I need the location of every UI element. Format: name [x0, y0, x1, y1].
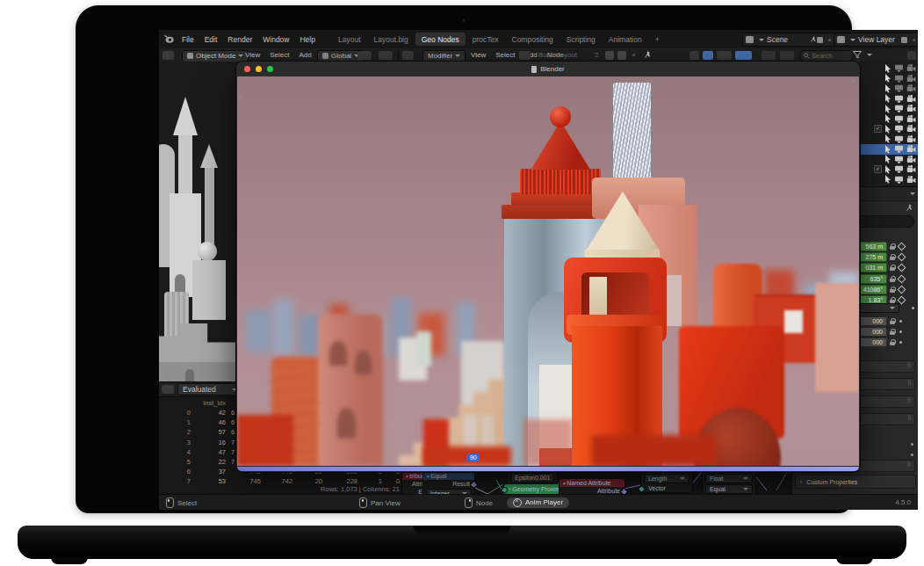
- keyframe-diamond-icon[interactable]: [898, 264, 906, 272]
- disable-render-camera-icon[interactable]: [906, 115, 916, 123]
- disable-render-camera-icon[interactable]: [906, 105, 916, 112]
- checkbox[interactable]: ✓: [874, 125, 882, 133]
- keyframe-diamond-icon[interactable]: [898, 253, 906, 262]
- lock-icon[interactable]: [890, 265, 896, 272]
- node-tree-name[interactable]: Build Layout: [538, 51, 577, 59]
- current-frame-badge[interactable]: 90: [467, 454, 480, 461]
- workspace-tab[interactable]: Layout: [332, 33, 367, 46]
- disable-render-camera-icon[interactable]: [906, 156, 916, 163]
- menu-item[interactable]: Edit: [199, 33, 223, 46]
- close-window-button[interactable]: [244, 66, 250, 72]
- selectable-cursor-icon[interactable]: [884, 114, 892, 123]
- copy-icon[interactable]: [901, 37, 907, 43]
- workspace-tab[interactable]: Animation: [603, 33, 648, 46]
- menu-item[interactable]: File: [177, 33, 199, 46]
- chevron-down-icon[interactable]: [867, 54, 872, 56]
- keyframe-diamond-icon[interactable]: [898, 243, 906, 251]
- mode-dropdown[interactable]: Object Mode: [182, 50, 249, 62]
- overlays-dropdown-icon[interactable]: [735, 51, 752, 60]
- animate-dot-icon[interactable]: [911, 443, 913, 446]
- lock-icon[interactable]: [890, 339, 896, 346]
- copy-icon[interactable]: [817, 37, 823, 43]
- selectable-cursor-icon[interactable]: [884, 155, 892, 163]
- scene-selector[interactable]: Scene ×: [742, 33, 837, 47]
- selectable-cursor-icon[interactable]: [884, 134, 892, 143]
- hide-viewport-monitor-icon[interactable]: [894, 165, 904, 173]
- pin-icon[interactable]: [810, 36, 817, 43]
- snap-target-dropdown-icon[interactable]: [717, 51, 732, 60]
- auto-snap-toggle-icon[interactable]: [703, 51, 713, 60]
- dataset-dropdown[interactable]: Evaluated: [177, 383, 242, 395]
- menu-item[interactable]: Select: [270, 51, 289, 59]
- close-icon[interactable]: ×: [630, 51, 638, 59]
- keyframe-diamond-icon[interactable]: [898, 286, 906, 294]
- filter-funnel-icon[interactable]: [853, 51, 862, 59]
- lock-icon[interactable]: [890, 329, 896, 336]
- node-header[interactable]: Named Attribute: [559, 479, 624, 487]
- minimize-window-button[interactable]: [256, 66, 262, 72]
- region-expand-arrow[interactable]: ›: [239, 92, 242, 101]
- menu-item[interactable]: Add: [299, 51, 311, 59]
- workspace-tab[interactable]: Geo Nodes: [415, 33, 466, 46]
- workspace-tab[interactable]: Compositing: [506, 33, 559, 46]
- animate-dot-icon[interactable]: [899, 341, 902, 344]
- workspace-tab[interactable]: +: [649, 33, 666, 46]
- lock-icon[interactable]: [890, 243, 896, 250]
- node-tree-type-dropdown[interactable]: Modifier: [422, 50, 466, 62]
- epsilon-field[interactable]: Epsilon0.001: [510, 473, 554, 483]
- selectable-cursor-icon[interactable]: [884, 64, 892, 73]
- animate-dot-icon[interactable]: [912, 307, 914, 309]
- lock-icon[interactable]: [890, 254, 896, 261]
- menu-item[interactable]: View: [471, 51, 486, 59]
- copy-icon[interactable]: [617, 51, 626, 60]
- node-tree-icon[interactable]: [519, 51, 531, 60]
- menu-item[interactable]: Select: [495, 51, 515, 59]
- chevron-down-icon[interactable]: [850, 80, 855, 83]
- outliner-search[interactable]: [799, 50, 854, 62]
- disable-render-camera-icon[interactable]: [906, 176, 916, 184]
- checkbox[interactable]: ✓: [874, 165, 882, 173]
- hide-viewport-monitor-icon[interactable]: [894, 95, 904, 103]
- socket-icon[interactable]: [502, 487, 508, 493]
- disable-render-camera-icon[interactable]: [906, 64, 916, 72]
- stop-circle-x-icon[interactable]: [513, 498, 522, 507]
- users-count[interactable]: 2: [595, 51, 598, 59]
- lock-icon[interactable]: [890, 287, 896, 294]
- frame-scrubber[interactable]: [237, 467, 859, 471]
- animate-dot-icon[interactable]: [899, 330, 902, 333]
- hide-viewport-monitor-icon[interactable]: [894, 64, 904, 72]
- snap-magnet-icon[interactable]: [379, 51, 393, 60]
- animate-dot-icon[interactable]: [899, 320, 902, 323]
- anim-player-badge[interactable]: Anim Player: [507, 497, 569, 508]
- selectable-cursor-icon[interactable]: [884, 84, 892, 93]
- close-icon[interactable]: ×: [826, 36, 834, 44]
- editor-type-node-icon[interactable]: [402, 51, 414, 60]
- filter-options-icon[interactable]: [907, 51, 916, 60]
- render-window[interactable]: Blender: [236, 62, 860, 472]
- editor-type-spreadsheet-icon[interactable]: [162, 385, 174, 394]
- view-layer-selector[interactable]: View Layer ×: [834, 33, 918, 47]
- hide-viewport-monitor-icon[interactable]: [894, 75, 904, 83]
- hide-viewport-monitor-icon[interactable]: [894, 176, 904, 184]
- disable-render-camera-icon[interactable]: [906, 84, 916, 92]
- menu-item[interactable]: Render: [222, 33, 257, 46]
- workspace-tab[interactable]: Scripting: [560, 33, 602, 46]
- workspace-tab[interactable]: Layout.big: [368, 33, 415, 46]
- search-input[interactable]: [810, 51, 848, 61]
- disable-render-camera-icon[interactable]: [906, 135, 916, 143]
- selectable-cursor-icon[interactable]: [884, 145, 892, 154]
- selectable-cursor-icon[interactable]: [884, 165, 892, 174]
- selectable-cursor-icon[interactable]: [884, 94, 892, 103]
- disable-render-camera-icon[interactable]: [906, 145, 916, 153]
- custom-properties-panel[interactable]: Custom Properties: [795, 475, 916, 489]
- region-expand-arrow[interactable]: ›: [161, 371, 163, 380]
- disable-render-camera-icon[interactable]: [906, 125, 916, 133]
- render-window-titlebar[interactable]: Blender: [236, 62, 860, 76]
- fake-user-shield-icon[interactable]: [605, 51, 614, 60]
- menu-item[interactable]: Help: [294, 33, 320, 46]
- menu-item[interactable]: Window: [257, 33, 294, 46]
- keyframe-diamond-icon[interactable]: [898, 275, 906, 284]
- blender-logo-icon[interactable]: [163, 34, 174, 44]
- close-icon[interactable]: ×: [910, 36, 918, 44]
- node-dropdown[interactable]: Length: [644, 474, 689, 483]
